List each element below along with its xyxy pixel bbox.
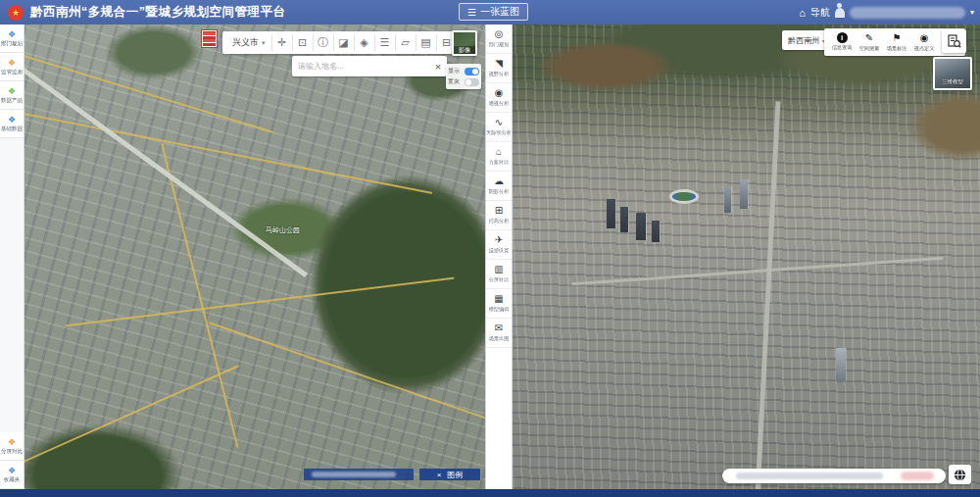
tool-split-screen-compare[interactable]: ▥ 分屏对比: [486, 260, 512, 289]
info-query-tool[interactable]: i 信息查询: [829, 32, 855, 52]
tool-label: 模型编辑: [489, 306, 510, 314]
doc-search-icon: [948, 34, 961, 48]
tower-building: [836, 348, 846, 381]
blueprint-button-label: 一张蓝图: [480, 5, 519, 19]
basemap-thumbnail-label: 影像: [454, 46, 475, 54]
tool-label: 视点定义: [914, 44, 935, 52]
greyout-toggle-switch[interactable]: [465, 78, 479, 86]
document-search-button[interactable]: [942, 29, 966, 53]
scene-main-road: [756, 101, 781, 489]
swap-icon: ×: [437, 471, 442, 479]
globe-reset-button[interactable]: [949, 465, 971, 484]
department-planning-icon: ❖: [8, 29, 16, 39]
menu-icon: ☰: [467, 7, 476, 18]
header-right-cluster: ⌂ 导航 ▾: [799, 0, 974, 25]
folder-resources-button[interactable]: ▤: [416, 34, 436, 51]
city-dropdown-value: 兴义市: [232, 36, 259, 49]
eraser-clear-button[interactable]: ◪: [333, 34, 354, 51]
tool-model-edit[interactable]: ▦ 模型编辑: [486, 289, 512, 319]
bottom-strip: [0, 489, 980, 497]
scene-cross-road: [571, 257, 943, 286]
greyout-toggle-row: 置灰: [448, 76, 479, 87]
tool-scene-export[interactable]: ✉ 场景出图: [486, 319, 512, 348]
blueprint-button[interactable]: ☰ 一张蓝图: [459, 3, 528, 21]
department-planning-icon: ◎: [495, 28, 504, 40]
draw-polygon-button[interactable]: ▱: [395, 34, 416, 51]
tower-building: [652, 221, 660, 242]
tool-label: 阴影分析: [489, 188, 510, 196]
tool-plan-comparison[interactable]: ⌂ 方案对比: [486, 142, 512, 172]
home-icon[interactable]: ⌂: [799, 7, 806, 19]
tool-label: 信息查询: [832, 44, 853, 52]
measure-pencil-icon: ✎: [865, 32, 873, 44]
identify-info-button[interactable]: ⓘ: [313, 34, 333, 51]
data-products-icon: ❖: [8, 86, 16, 96]
supervision-monitoring-icon: ❖: [8, 58, 16, 68]
layer-toggle-panel: 显示 置灰: [446, 64, 481, 89]
show-toggle-switch[interactable]: [465, 68, 479, 75]
measure-tool-button[interactable]: ☰: [374, 34, 395, 51]
globe-icon: [954, 469, 966, 481]
sidebar-item-favorites[interactable]: ❖ 收藏夹: [0, 461, 24, 489]
place-search-bar: ×: [292, 56, 447, 76]
scene-mode-thumbnail[interactable]: 三维模型: [933, 57, 972, 90]
tool-viewshed-analysis[interactable]: ◥ 视野分析: [486, 54, 512, 83]
show-toggle-label: 显示: [448, 67, 460, 75]
height-control-icon: ⊞: [495, 205, 503, 217]
stadium-shape: [669, 189, 699, 204]
place-search-input[interactable]: [292, 62, 429, 71]
park-map-label: 马岭山公园: [266, 225, 300, 235]
city-scene-3d[interactable]: 黔西南州 ▾ i 信息查询 ✎ 空间测量 ⚑ 场景标注 ◉ 视点定义 ☀: [513, 25, 980, 489]
sidebar-item-label: 部门规划: [1, 39, 23, 47]
sidebar-item-label: 监管监测: [1, 68, 23, 75]
map-road-line: [24, 365, 239, 471]
sidebar-item-department-planning[interactable]: ❖ 部门规划: [0, 25, 24, 53]
tool-roam-settings[interactable]: ✈ 漫游设置: [486, 230, 512, 260]
username-redacted: [850, 7, 965, 19]
sidebar-item-split-compare[interactable]: ❖ 分屏对比: [0, 432, 24, 461]
sidebar-item-data-products[interactable]: ❖ 数据产品: [0, 81, 24, 110]
tower-building: [620, 207, 628, 232]
sidebar-item-supervision-monitoring[interactable]: ❖ 监管监测: [0, 53, 24, 81]
tower-building: [724, 187, 731, 213]
sidebar-item-basic-data[interactable]: ❖ 基础数据: [0, 110, 24, 138]
tool-label: 空间测量: [859, 44, 880, 52]
favorites-folder-icon: ❖: [8, 466, 16, 475]
city-dropdown[interactable]: 兴义市 ▾: [226, 36, 271, 49]
viewpoint-define-tool[interactable]: ◉ 视点定义: [911, 32, 937, 53]
basemap-switcher-thumbnail[interactable]: 影像: [452, 30, 477, 56]
shadow-analysis-icon: ☁: [494, 175, 504, 187]
tool-label: 场景标注: [887, 44, 907, 52]
tool-skyline-analysis[interactable]: ∿ 天际线分析: [486, 113, 512, 142]
chevron-down-icon: ▾: [262, 39, 266, 47]
full-extent-button[interactable]: ⊡: [292, 34, 313, 51]
tool-shadow-analysis[interactable]: ☁ 阴影分析: [486, 172, 512, 201]
sidebar-bottom-group: ❖ 分屏对比 ❖ 收藏夹: [0, 432, 24, 489]
search-close-icon[interactable]: ×: [429, 61, 447, 73]
legend-button[interactable]: × 图例: [419, 469, 480, 480]
tower-building: [607, 199, 615, 228]
tool-height-control-analysis[interactable]: ⊞ 控高分析: [486, 201, 512, 230]
red-legend-thumbnail[interactable]: [201, 29, 218, 48]
spatial-measure-tool[interactable]: ✎ 空间测量: [857, 32, 882, 53]
camera-icon: ◉: [920, 32, 929, 44]
tool-label: 分屏对比: [489, 276, 510, 284]
scene-annotation-tool[interactable]: ⚑ 场景标注: [884, 32, 909, 53]
satellite-map-2d[interactable]: 马岭山公园 兴义市 ▾ ✛ ⊡ ⓘ ◪ ◈ ☰ ▱ ▤ ⊟ × 影像: [24, 25, 485, 489]
nav-link[interactable]: 导航: [810, 6, 830, 20]
coordinates-redacted: [312, 472, 396, 477]
tool-line-of-sight-analysis[interactable]: ◉ 通视分析: [486, 83, 512, 113]
split-compare-icon: ❖: [8, 437, 16, 447]
sidebar-item-label: 基础数据: [1, 124, 23, 132]
legend-button-label: 图例: [447, 470, 463, 480]
tool-department-planning[interactable]: ◎ 部门规划: [486, 25, 512, 54]
flag-icon: ⚑: [893, 32, 902, 44]
user-avatar-icon: [835, 8, 845, 18]
region-dropdown-value: 黔西南州: [788, 35, 819, 46]
user-menu-caret-icon[interactable]: ▾: [970, 8, 974, 17]
status-text-redacted: [736, 472, 883, 479]
map2d-toolbar: 兴义市 ▾ ✛ ⊡ ⓘ ◪ ◈ ☰ ▱ ▤ ⊟: [222, 31, 461, 54]
sidebar-item-label: 收藏夹: [4, 475, 21, 483]
basemap-layers-button[interactable]: ◈: [354, 34, 374, 51]
pan-tool-button[interactable]: ✛: [271, 34, 292, 51]
